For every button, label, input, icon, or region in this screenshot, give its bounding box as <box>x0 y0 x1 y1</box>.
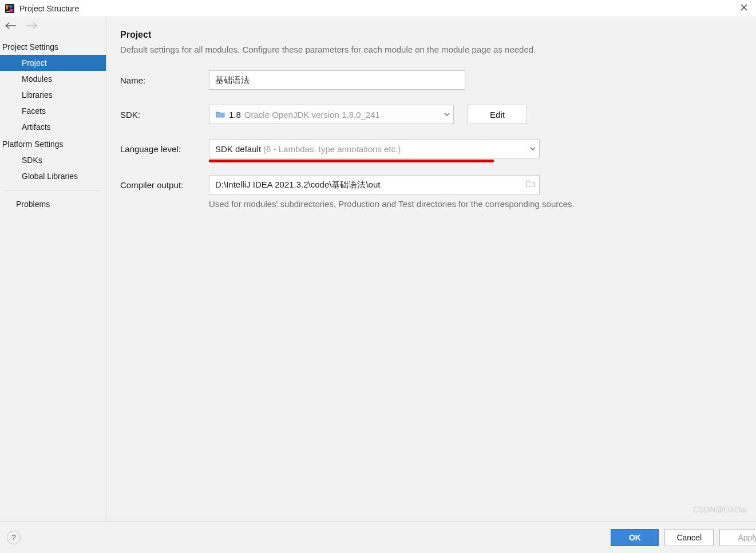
sidebar-header-platform-settings: Platform Settings <box>0 135 106 152</box>
language-level-value: SDK default <box>215 144 261 154</box>
compiler-output-value: D:\IntelliJ IDEA 2021.3.2\code\基础语法\out <box>215 180 525 190</box>
intellij-icon <box>5 3 15 14</box>
sidebar-item-global-libraries[interactable]: Global Libraries <box>0 168 106 184</box>
sdk-value: 1.8 <box>229 110 241 120</box>
annotation-underline <box>209 160 494 162</box>
sidebar-item-facets[interactable]: Facets <box>0 103 106 119</box>
section-subheading: Default settings for all modules. Config… <box>120 45 742 54</box>
sdk-detail: Oracle OpenJDK version 1.8.0_241 <box>244 110 380 120</box>
language-level-select[interactable]: SDK default (8 - Lambdas, type annotatio… <box>209 139 540 158</box>
window-title: Project Structure <box>19 4 79 13</box>
edit-sdk-button[interactable]: Edit <box>468 105 527 124</box>
sdk-folder-icon <box>215 109 225 120</box>
language-level-detail: (8 - Lambdas, type annotations etc.) <box>263 144 401 154</box>
label-compiler-output: Compiler output: <box>120 180 209 190</box>
label-language-level: Language level: <box>120 144 209 154</box>
row-language-level: Language level: SDK default (8 - Lambdas… <box>120 139 742 158</box>
compiler-output-field[interactable]: D:\IntelliJ IDEA 2021.3.2\code\基础语法\out <box>209 175 540 194</box>
cancel-button[interactable]: Cancel <box>664 529 714 546</box>
ok-button[interactable]: OK <box>611 529 659 546</box>
svg-rect-1 <box>6 11 10 11</box>
sidebar-divider <box>5 190 101 190</box>
row-sdk: SDK: 1.8 Oracle OpenJDK version 1.8.0_24… <box>120 105 742 124</box>
label-sdk: SDK: <box>120 110 209 120</box>
nav-arrows <box>0 17 106 34</box>
row-compiler-output: Compiler output: D:\IntelliJ IDEA 2021.3… <box>120 175 742 194</box>
dialog-footer: ? OK Cancel Apply <box>0 521 756 553</box>
compiler-output-hint: Used for modules' subdirectories, Produc… <box>209 199 742 209</box>
project-structure-dialog: Project Structure Project Settings Proje… <box>0 0 756 553</box>
sidebar-item-artifacts[interactable]: Artifacts <box>0 119 106 135</box>
back-arrow-icon[interactable] <box>5 22 16 32</box>
title-bar: Project Structure <box>0 0 756 17</box>
sidebar-list: Project Settings Project Modules Librari… <box>0 34 106 212</box>
chevron-down-icon <box>530 147 536 150</box>
sidebar-item-libraries[interactable]: Libraries <box>0 87 106 103</box>
chevron-down-icon <box>444 113 450 116</box>
row-name: Name: <box>120 70 742 90</box>
sidebar-item-sdks[interactable]: SDKs <box>0 152 106 168</box>
label-name: Name: <box>120 75 209 85</box>
section-heading: Project <box>120 30 742 40</box>
sidebar-header-project-settings: Project Settings <box>0 38 106 55</box>
sidebar: Project Settings Project Modules Librari… <box>0 17 106 521</box>
browse-folder-icon[interactable] <box>525 178 536 191</box>
help-icon[interactable]: ? <box>7 531 21 544</box>
apply-button[interactable]: Apply <box>719 529 756 546</box>
sidebar-item-modules[interactable]: Modules <box>0 71 106 87</box>
main-panel: Project Default settings for all modules… <box>106 17 756 521</box>
sidebar-item-problems[interactable]: Problems <box>0 196 106 212</box>
sidebar-item-project[interactable]: Project <box>0 55 106 71</box>
forward-arrow-icon[interactable] <box>26 22 38 32</box>
sdk-select[interactable]: 1.8 Oracle OpenJDK version 1.8.0_241 <box>209 105 454 124</box>
watermark: CSDN@DXDai <box>693 505 747 514</box>
close-icon[interactable] <box>737 2 751 14</box>
project-name-field[interactable] <box>209 70 465 90</box>
